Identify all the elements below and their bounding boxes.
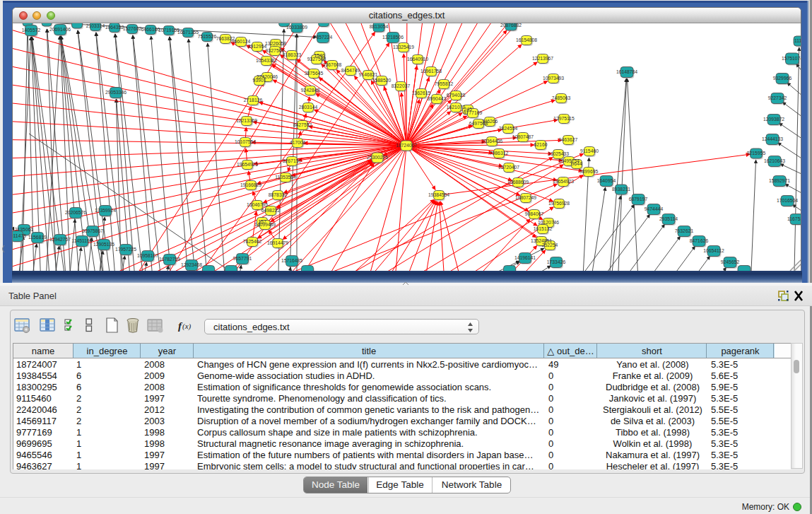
svg-text:20691406: 20691406 [49,27,71,32]
svg-text:1167533: 1167533 [787,216,801,221]
svg-text:17016504: 17016504 [777,198,798,203]
svg-text:15892971: 15892971 [769,178,790,183]
svg-text:9329966: 9329966 [773,76,792,81]
svg-text:9660124: 9660124 [232,39,251,44]
svg-text:8186323: 8186323 [283,52,302,57]
svg-text:16033809: 16033809 [286,25,307,30]
svg-text:1362615: 1362615 [412,90,431,95]
svg-text:9657791: 9657791 [233,256,252,261]
svg-text:19654923: 19654923 [553,179,574,184]
svg-text:20206576: 20206576 [65,210,86,215]
svg-text:8878332: 8878332 [269,192,288,197]
svg-text:15716485: 15716485 [281,258,302,263]
svg-text:8267150: 8267150 [283,158,302,163]
svg-text:252254: 252254 [542,243,558,247]
svg-text:2135061: 2135061 [15,227,34,232]
svg-text:7857224: 7857224 [314,35,333,40]
svg-text:9227342: 9227342 [768,95,787,100]
svg-text:7955812: 7955812 [435,81,454,86]
svg-text:1064352: 1064352 [105,25,124,30]
svg-text:6466160: 6466160 [141,27,160,32]
svg-text:8471626: 8471626 [690,238,709,243]
svg-text:(x): (x) [182,322,192,331]
svg-text:12093872: 12093872 [763,117,784,122]
svg-text:20876882: 20876882 [500,23,522,28]
svg-text:12942757: 12942757 [49,237,71,242]
svg-text:16914479: 16914479 [267,240,288,245]
svg-text:9463627: 9463627 [559,137,578,142]
svg-text:9327508: 9327508 [307,57,326,62]
svg-text:10025433: 10025433 [548,151,569,156]
svg-text:13226058: 13226058 [265,41,286,46]
svg-text:6879197: 6879197 [629,197,648,201]
svg-text:17359924: 17359924 [95,208,116,213]
svg-text:6794028: 6794028 [447,93,466,98]
svg-text:6498222: 6498222 [261,208,281,213]
svg-text:1615132: 1615132 [534,226,553,231]
svg-text:93901: 93901 [253,78,266,83]
svg-text:10654112: 10654112 [703,248,724,253]
svg-text:2103314: 2103314 [86,23,105,28]
svg-text:16154808: 16154808 [516,37,537,42]
svg-text:19654925: 19654925 [237,162,258,167]
svg-text:10958107: 10958107 [137,253,158,258]
svg-text:1621072: 1621072 [447,105,466,110]
svg-text:1112: 1112 [794,38,801,43]
svg-text:3824554: 3824554 [499,126,518,131]
svg-text:15720407: 15720407 [498,165,519,170]
svg-text:19166829: 19166829 [240,182,261,187]
svg-text:2367608: 2367608 [323,62,342,67]
svg-text:10807487: 10807487 [512,134,534,139]
svg-text:9115460: 9115460 [580,148,599,153]
svg-text:30975867: 30975867 [82,228,103,233]
svg-text:18724007: 18724007 [396,143,417,148]
svg-text:746266: 746266 [482,119,498,124]
svg-text:2718126: 2718126 [244,98,263,103]
svg-text:8990443: 8990443 [428,96,447,101]
svg-text:9777169: 9777169 [464,110,483,115]
svg-text:8912954: 8912954 [248,44,267,49]
svg-text:25300275: 25300275 [367,155,388,160]
svg-text:9899695: 9899695 [579,169,599,174]
svg-text:9474444: 9474444 [645,206,664,211]
svg-text:10120746: 10120746 [538,220,559,225]
svg-text:16671355: 16671355 [177,30,199,35]
svg-text:1527602: 1527602 [123,26,142,31]
svg-text:7625402: 7625402 [243,239,262,244]
svg-text:9245652: 9245652 [721,259,740,264]
svg-text:12905135: 12905135 [93,242,114,247]
svg-text:8427552: 8427552 [293,122,312,127]
svg-text:8454749: 8454749 [341,68,360,73]
svg-text:19756928: 19756928 [548,201,570,206]
svg-text:1733426: 1733426 [547,259,566,264]
svg-text:13325419: 13325419 [393,45,414,49]
svg-text:12213967: 12213967 [532,56,553,61]
svg-text:29053346: 29053346 [105,90,126,95]
svg-text:62160: 62160 [534,142,548,147]
svg-text:16782759: 16782759 [159,257,180,262]
svg-text:8813054: 8813054 [370,24,389,29]
svg-text:2803144: 2803144 [299,105,318,110]
svg-text:20364436: 20364436 [481,139,502,144]
svg-text:11353594: 11353594 [275,175,296,180]
svg-text:12444133: 12444133 [762,136,783,141]
svg-text:16148784: 16148784 [616,69,637,74]
svg-text:10688609: 10688609 [507,180,529,185]
svg-text:9242848: 9242848 [301,88,320,93]
svg-text:12213369: 12213369 [236,118,257,123]
svg-text:10719155: 10719155 [158,28,180,33]
svg-text:16640910: 16640910 [407,57,428,62]
svg-text:3911479: 3911479 [13,233,26,238]
svg-text:12923468: 12923468 [181,262,202,267]
svg-text:1405572: 1405572 [22,28,41,33]
svg-text:9084067: 9084067 [525,211,544,216]
svg-text:16046795: 16046795 [247,202,268,207]
svg-text:1588520: 1588520 [372,78,392,83]
svg-text:7986312: 7986312 [490,151,509,156]
svg-text:13218506: 13218506 [382,35,404,40]
svg-text:7485063: 7485063 [552,95,571,100]
svg-text:8322037: 8322037 [392,83,411,88]
svg-text:14099489: 14099489 [254,222,276,227]
svg-text:17957225: 17957225 [115,247,136,252]
svg-text:18807249: 18807249 [515,195,536,200]
